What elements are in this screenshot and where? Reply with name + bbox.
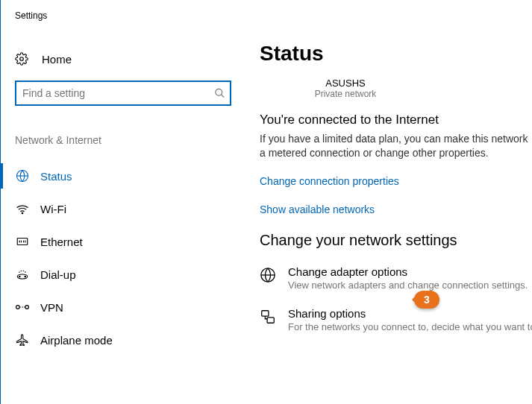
sidebar-item-label: Dial-up bbox=[40, 268, 76, 281]
dialup-icon bbox=[15, 268, 30, 280]
svg-rect-19 bbox=[262, 311, 269, 316]
wifi-icon bbox=[15, 203, 30, 215]
sidebar-item-status[interactable]: Status bbox=[7, 160, 239, 192]
gear-icon bbox=[15, 52, 28, 66]
sidebar-item-ethernet[interactable]: Ethernet bbox=[7, 225, 239, 258]
globe-icon bbox=[260, 267, 278, 283]
sidebar-item-airplane[interactable]: Airplane mode bbox=[7, 323, 239, 356]
option-desc: For the networks you connect to, decide … bbox=[288, 321, 532, 332]
network-type: Private network bbox=[260, 89, 431, 99]
option-desc: View network adapters and change connect… bbox=[288, 280, 532, 291]
network-name: ASUSHS bbox=[260, 78, 431, 89]
option-title: Sharing options bbox=[288, 307, 532, 320]
svg-point-13 bbox=[25, 276, 26, 277]
svg-rect-6 bbox=[17, 239, 28, 245]
sidebar-item-dialup[interactable]: Dial-up bbox=[7, 258, 239, 291]
airplane-icon bbox=[15, 333, 30, 347]
svg-rect-20 bbox=[267, 318, 274, 323]
page-title: Status bbox=[260, 42, 532, 66]
globe-icon bbox=[15, 169, 30, 183]
option-sharing[interactable]: Sharing options For the networks you con… bbox=[260, 307, 532, 332]
sharing-icon bbox=[260, 309, 278, 325]
sidebar-item-label: Ethernet bbox=[40, 236, 83, 248]
search-input[interactable] bbox=[15, 81, 231, 106]
info-text: If you have a limited data plan, you can… bbox=[260, 132, 532, 160]
svg-point-0 bbox=[20, 57, 24, 61]
nav-home-label: Home bbox=[42, 53, 72, 66]
callout-number: 3 bbox=[424, 294, 430, 306]
link-change-connection-properties[interactable]: Change connection properties bbox=[260, 175, 532, 187]
sidebar-item-label: Wi-Fi bbox=[40, 203, 66, 215]
sidebar-item-vpn[interactable]: VPN bbox=[7, 291, 239, 323]
app-title: Settings bbox=[15, 10, 239, 21]
svg-point-5 bbox=[22, 212, 23, 214]
search-wrap bbox=[15, 81, 231, 106]
sidebar-group-header: Network & Internet bbox=[15, 134, 239, 146]
option-change-adapter[interactable]: Change adapter options View network adap… bbox=[260, 265, 532, 291]
connected-message: You're connected to the Internet bbox=[260, 113, 532, 127]
option-title: Change adapter options bbox=[288, 265, 532, 278]
vpn-icon bbox=[15, 302, 30, 312]
ethernet-icon bbox=[15, 236, 30, 247]
sidebar-item-label: Airplane mode bbox=[40, 334, 113, 347]
section-heading: Change your network settings bbox=[260, 232, 532, 249]
svg-point-12 bbox=[19, 276, 21, 277]
annotation-callout: 3 bbox=[414, 291, 439, 309]
sidebar-item-label: Status bbox=[40, 170, 72, 183]
link-show-available-networks[interactable]: Show available networks bbox=[260, 203, 532, 215]
nav-home[interactable]: Home bbox=[15, 52, 239, 66]
svg-point-14 bbox=[16, 306, 20, 309]
sidebar-item-label: VPN bbox=[40, 301, 63, 314]
sidebar-item-wifi[interactable]: Wi-Fi bbox=[7, 192, 239, 225]
svg-point-15 bbox=[25, 306, 29, 309]
